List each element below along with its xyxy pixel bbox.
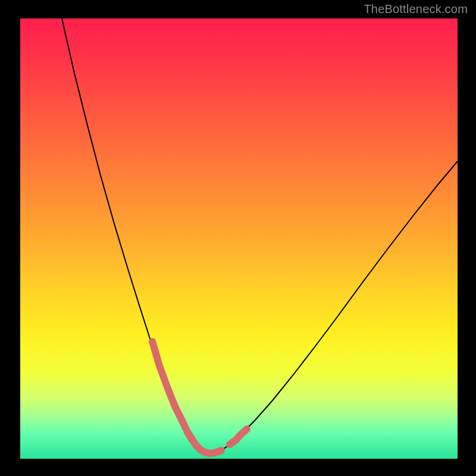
series-highlight-bottom <box>187 432 221 453</box>
series-highlight-left <box>152 342 192 440</box>
chart-svg <box>20 18 458 459</box>
chart-frame: TheBottleneck.com <box>0 0 476 476</box>
plot-area <box>20 18 458 459</box>
watermark-label: TheBottleneck.com <box>364 2 468 16</box>
series-curve <box>62 18 458 453</box>
series-highlight-right <box>230 429 247 444</box>
